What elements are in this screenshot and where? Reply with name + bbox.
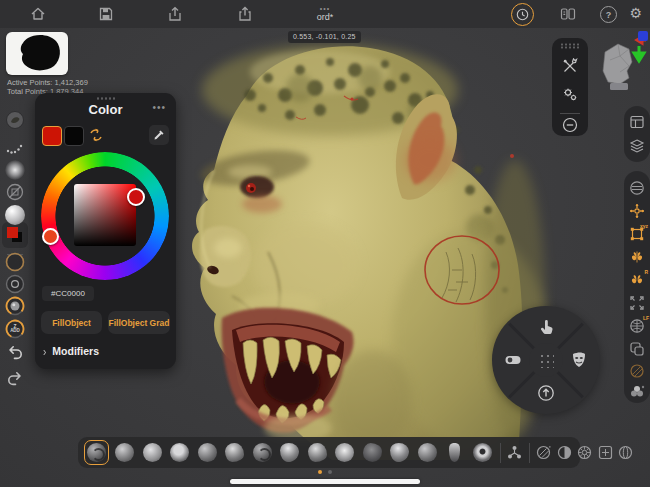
brush-15[interactable] (470, 441, 494, 465)
quick-tools-panel[interactable] (552, 38, 588, 136)
import-arrow-icon[interactable] (537, 384, 555, 402)
ellipse-icon[interactable] (617, 444, 634, 461)
color-panel-menu[interactable]: ••• (152, 102, 166, 113)
home-indicator[interactable] (230, 479, 420, 484)
panel-divider (560, 113, 580, 114)
secondary-color-swatch[interactable] (64, 126, 84, 146)
brush-4[interactable] (168, 441, 192, 465)
hex-value[interactable]: #CC0000 (42, 286, 94, 301)
subdivision-icon[interactable] (629, 383, 645, 399)
undo-icon[interactable] (5, 342, 25, 362)
color-panel[interactable]: Color ••• #CC0000 FillObject (35, 93, 176, 369)
brush-5[interactable] (195, 441, 219, 465)
z-intensity-dial[interactable] (5, 296, 25, 316)
brush-thumbnail (170, 443, 189, 462)
fill-object-grad-button[interactable]: FillObject Grad (108, 311, 170, 334)
mask-face-icon[interactable] (570, 351, 588, 369)
masking-icon[interactable] (629, 363, 645, 379)
primary-color-chip (7, 227, 18, 238)
stroke-icon[interactable] (5, 137, 25, 157)
strip-divider (500, 443, 501, 463)
collapse-minus-icon[interactable] (562, 117, 578, 133)
frame-target-icon[interactable] (597, 444, 614, 461)
brush-8[interactable] (278, 441, 302, 465)
brush-thumbnail (418, 443, 437, 462)
brush-thumbnail (449, 443, 460, 462)
falloff-icon[interactable] (5, 160, 25, 180)
brush-10[interactable] (333, 441, 357, 465)
zbrush-app-window: ••• ord* ? ⚙ (0, 0, 650, 487)
brush-13[interactable] (415, 441, 439, 465)
settings-gear-icon[interactable]: ⚙ (629, 4, 642, 22)
gear-sphere-icon[interactable] (576, 444, 593, 461)
zadd-dial[interactable]: Z ADD (5, 319, 25, 339)
solo-icon[interactable] (629, 341, 645, 357)
brush-page-dots[interactable] (318, 470, 332, 474)
symmetry-icon[interactable] (629, 249, 645, 265)
polygroups-icon[interactable] (629, 180, 645, 196)
radial-symmetry-icon[interactable] (629, 272, 645, 288)
tool-panel-icon[interactable] (629, 114, 645, 130)
model-thumbnail[interactable] (6, 32, 68, 75)
navigation-wheel[interactable] (492, 306, 600, 414)
chevron-right-icon: › (43, 344, 46, 357)
scene-panel-icon[interactable] (560, 6, 576, 22)
brush-2[interactable] (113, 441, 137, 465)
swap-colors-icon[interactable] (87, 126, 105, 144)
redo-icon[interactable] (5, 368, 25, 388)
brush-tool-icon[interactable] (5, 110, 25, 130)
material-sphere-icon[interactable] (5, 205, 25, 225)
hue-handle[interactable] (42, 228, 59, 245)
color-wheel[interactable] (41, 152, 169, 280)
gears-icon[interactable] (562, 86, 578, 102)
touch-gesture-icon[interactable] (537, 318, 555, 336)
wheel-drag-handle[interactable] (529, 343, 563, 377)
brush-thumbnail (280, 443, 299, 462)
help-glyph: ? (606, 10, 612, 20)
sculpt-viewport[interactable]: 0.553, -0.101, 0.25 Active Points: 1,412… (0, 28, 650, 487)
brush-thumbnail (473, 443, 492, 462)
camera-icon[interactable] (504, 351, 522, 369)
primary-color-swatch[interactable] (42, 126, 62, 146)
wireframe-icon[interactable] (629, 318, 645, 334)
brush-9[interactable] (305, 441, 329, 465)
brush-thumbnail (115, 443, 134, 462)
cursor-coordinates: 0.553, -0.101, 0.25 (288, 31, 361, 43)
alpha-icon[interactable] (5, 182, 25, 202)
panel-grip-dots[interactable] (560, 43, 580, 49)
brush-11[interactable] (360, 441, 384, 465)
brush-6[interactable] (223, 441, 247, 465)
brush-strip-tail (498, 443, 635, 463)
half-sphere-icon[interactable] (556, 444, 573, 461)
subtool-layers-icon[interactable] (629, 138, 645, 154)
brush-3[interactable] (140, 441, 164, 465)
brush-12[interactable] (388, 441, 412, 465)
fill-object-button[interactable]: FillObject (41, 311, 102, 334)
focal-shift-dial[interactable] (5, 274, 25, 294)
sculpt-tools-icon[interactable] (562, 58, 578, 74)
page-dot-active[interactable] (318, 470, 322, 474)
brush-1[interactable] (84, 440, 109, 465)
camview-widget[interactable] (593, 30, 650, 94)
saturation-handle[interactable] (127, 188, 145, 206)
eyedropper-button[interactable] (149, 125, 169, 145)
help-icon[interactable]: ? (600, 6, 617, 23)
hierarchy-icon[interactable] (506, 444, 523, 461)
page-dot[interactable] (328, 470, 332, 474)
color-swatch-tile[interactable] (2, 222, 28, 248)
history-icon[interactable] (511, 3, 534, 26)
expand-icon[interactable] (629, 295, 645, 311)
modifiers-row[interactable]: › Modifiers (43, 345, 99, 357)
brush-thumbnail (143, 443, 162, 462)
draw-size-dial[interactable] (5, 252, 25, 272)
strip-divider (529, 443, 530, 463)
brush-7[interactable] (250, 441, 274, 465)
panel-drag-handle[interactable] (96, 97, 116, 100)
gizmo-icon[interactable] (629, 203, 645, 219)
brush-14[interactable] (443, 441, 467, 465)
mask-sphere-icon[interactable] (535, 444, 552, 461)
transform-box-icon[interactable] (629, 226, 645, 242)
brush-thumbnail (253, 443, 272, 462)
grip-dots (539, 353, 554, 368)
brush-thumbnail (225, 443, 244, 462)
